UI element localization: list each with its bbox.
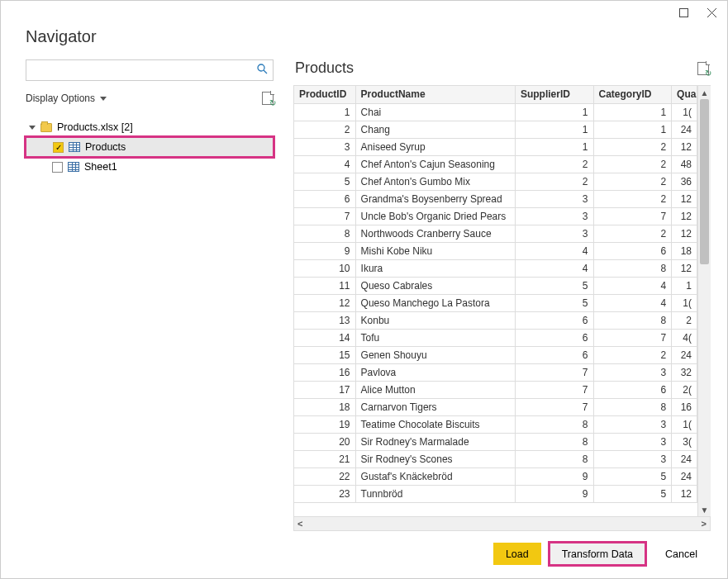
table-row[interactable]: 5Chef Anton's Gumbo Mix2236 [294, 173, 697, 190]
preview-table-wrap: ProductIDProductNameSupplierIDCategoryID… [293, 85, 711, 516]
table-row[interactable]: 16Pavlova7332 [294, 363, 697, 381]
preview-pane: Products ↻ ProductIDProductNameSupplierI… [293, 59, 711, 531]
cell: 2 [593, 190, 672, 207]
table-row[interactable]: 22Gustaf's Knäckebröd9524 [294, 467, 697, 485]
checkbox[interactable] [52, 162, 63, 173]
svg-point-3 [258, 64, 264, 71]
table-row[interactable]: 21Sir Rodney's Scones8324 [294, 450, 697, 467]
cell: 2 [593, 346, 672, 363]
search-input[interactable] [31, 61, 257, 79]
column-header[interactable]: Quan [672, 86, 697, 103]
checkbox[interactable]: ✓ [53, 142, 64, 153]
cell: Alice Mutton [355, 381, 515, 398]
caret-down-icon[interactable] [29, 126, 36, 130]
cell: 1 [515, 103, 593, 121]
scroll-left-icon[interactable]: < [297, 519, 302, 529]
table-row[interactable]: 9Mishi Kobe Niku4618 [294, 242, 697, 259]
display-options-label: Display Options [26, 93, 95, 104]
table-row[interactable]: 19Teatime Chocolate Biscuits831( [294, 415, 697, 433]
cell: Ikura [355, 259, 515, 277]
table-row[interactable]: 14Tofu674( [294, 329, 697, 346]
table-row[interactable]: 17Alice Mutton762( [294, 381, 697, 398]
search-box[interactable] [26, 59, 274, 81]
table-row[interactable]: 4Chef Anton's Cajun Seasoning2248 [294, 155, 697, 173]
table-row[interactable]: 11Queso Cabrales541 [294, 277, 697, 294]
refresh-icon[interactable]: ↻ [262, 92, 274, 105]
load-button[interactable]: Load [493, 543, 541, 565]
cell: 5 [515, 277, 593, 294]
cell: 32 [672, 363, 697, 381]
title-bar [1, 1, 727, 24]
cell: 6 [515, 311, 593, 329]
cell: 5 [294, 173, 355, 190]
table-row[interactable]: 2Chang1124 [294, 121, 697, 138]
cell: 1 [294, 103, 355, 121]
close-button[interactable] [701, 4, 722, 21]
column-header[interactable]: ProductName [355, 86, 515, 103]
table-row[interactable]: 23Tunnbröd9512 [294, 485, 697, 502]
table-row[interactable]: 6Grandma's Boysenberry Spread3212 [294, 190, 697, 207]
table-row[interactable]: 20Sir Rodney's Marmalade833( [294, 433, 697, 450]
column-header[interactable]: SupplierID [515, 86, 593, 103]
cell: Sir Rodney's Scones [355, 450, 515, 467]
column-header[interactable]: ProductID [294, 86, 355, 103]
maximize-button[interactable] [673, 4, 694, 21]
table-row[interactable]: 18Carnarvon Tigers7816 [294, 398, 697, 415]
cell: 12 [672, 207, 697, 225]
cell: 12 [672, 225, 697, 242]
cell: Mishi Kobe Niku [355, 242, 515, 259]
preview-options-icon[interactable]: ↻ [697, 62, 709, 75]
cell: 24 [672, 346, 697, 363]
display-options-dropdown[interactable]: Display Options [26, 93, 107, 104]
table-icon [69, 142, 80, 152]
table-row[interactable]: 12Queso Manchego La Pastora541( [294, 294, 697, 311]
table-row[interactable]: 1Chai111( [294, 103, 697, 121]
table-row[interactable]: 10Ikura4812 [294, 259, 697, 277]
cell: 1 [593, 103, 672, 121]
cancel-button[interactable]: Cancel [654, 543, 709, 565]
tree-item-products[interactable]: ✓Products [26, 137, 274, 157]
cell: 1 [515, 138, 593, 155]
cell: 3 [593, 415, 672, 433]
vertical-scrollbar[interactable]: ▲ ▼ [697, 86, 711, 516]
cell: 2 [593, 138, 672, 155]
cell: 2 [593, 173, 672, 190]
scroll-right-icon[interactable]: > [702, 519, 707, 529]
cell: 22 [294, 467, 355, 485]
svg-rect-0 [679, 8, 688, 17]
scroll-thumb[interactable] [700, 99, 709, 264]
cell: 2 [515, 173, 593, 190]
cell: 3 [515, 207, 593, 225]
cell: Tunnbröd [355, 485, 515, 502]
dialog-title: Navigator [26, 27, 707, 46]
table-row[interactable]: 8Northwoods Cranberry Sauce3212 [294, 225, 697, 242]
cell: 7 [593, 329, 672, 346]
transform-data-button[interactable]: Transform Data [550, 543, 645, 565]
column-header[interactable]: CategoryID [593, 86, 672, 103]
tree-root[interactable]: Products.xlsx [2] [26, 117, 274, 137]
cell: Chef Anton's Gumbo Mix [355, 173, 515, 190]
cell: Pavlova [355, 363, 515, 381]
tree-item-sheet1[interactable]: Sheet1 [26, 157, 274, 177]
table-row[interactable]: 7Uncle Bob's Organic Dried Pears3712 [294, 207, 697, 225]
cell: Sir Rodney's Marmalade [355, 433, 515, 450]
cell: 3 [294, 138, 355, 155]
cell: Tofu [355, 329, 515, 346]
search-icon[interactable] [257, 64, 268, 77]
cell: Carnarvon Tigers [355, 398, 515, 415]
scroll-up-icon[interactable]: ▲ [698, 86, 711, 99]
scroll-down-icon[interactable]: ▼ [698, 503, 711, 516]
cell: 19 [294, 415, 355, 433]
cell: 1( [672, 103, 697, 121]
cell: 4 [515, 259, 593, 277]
horizontal-scrollbar[interactable]: < > [293, 516, 711, 531]
cell: 6 [515, 346, 593, 363]
cell: 7 [515, 398, 593, 415]
cell: 9 [515, 485, 593, 502]
table-row[interactable]: 3Aniseed Syrup1212 [294, 138, 697, 155]
svg-line-4 [264, 70, 267, 74]
table-row[interactable]: 13Konbu682 [294, 311, 697, 329]
cell: Gustaf's Knäckebröd [355, 467, 515, 485]
cell: 12 [672, 138, 697, 155]
table-row[interactable]: 15Genen Shouyu6224 [294, 346, 697, 363]
